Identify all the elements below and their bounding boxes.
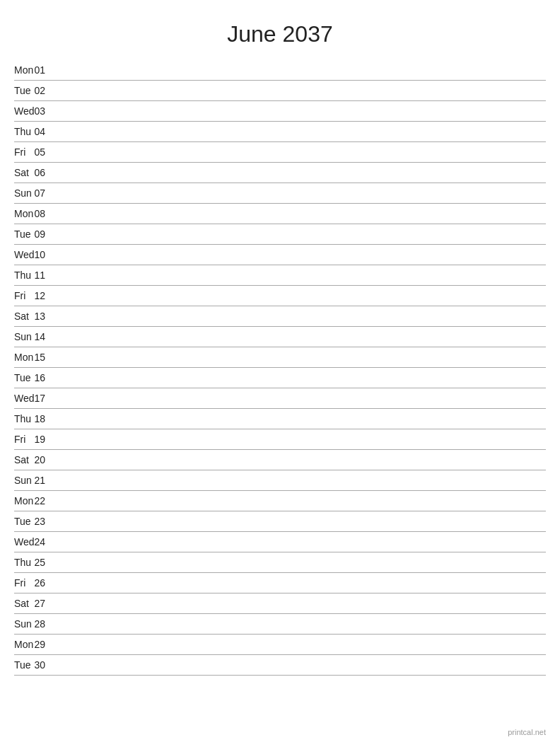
day-number: 08 [35, 204, 46, 224]
day-number: 12 [35, 286, 46, 306]
day-line [45, 286, 546, 306]
footer-text: printcal.net [508, 728, 546, 736]
day-number: 03 [35, 101, 46, 122]
day-number: 30 [35, 655, 46, 676]
table-row: Sun28 [14, 614, 546, 635]
day-name: Tue [14, 511, 35, 532]
day-line [45, 142, 546, 163]
day-line [45, 635, 546, 655]
day-number: 20 [35, 450, 46, 470]
table-row: Fri26 [14, 573, 546, 593]
table-row: Mon01 [14, 60, 546, 81]
table-row: Sat20 [14, 450, 546, 470]
day-line [45, 429, 546, 450]
table-row: Sat13 [14, 306, 546, 327]
table-row: Sun14 [14, 327, 546, 347]
day-number: 01 [35, 60, 46, 81]
day-line [45, 306, 546, 327]
day-name: Tue [14, 224, 35, 245]
day-name: Thu [14, 122, 35, 142]
day-line [45, 347, 546, 368]
day-number: 06 [35, 163, 46, 183]
day-line [45, 163, 546, 183]
table-row: Sun07 [14, 183, 546, 204]
day-line [45, 409, 546, 429]
day-line [45, 573, 546, 593]
day-number: 19 [35, 429, 46, 450]
day-line [45, 491, 546, 511]
table-row: Mon22 [14, 491, 546, 511]
day-line [45, 183, 546, 204]
day-line [45, 60, 546, 81]
table-row: Mon15 [14, 347, 546, 368]
day-number: 29 [35, 635, 46, 655]
day-number: 23 [35, 511, 46, 532]
calendar-page: June 2037 Mon01Tue02Wed03Thu04Fri05Sat06… [0, 0, 560, 747]
table-row: Fri12 [14, 286, 546, 306]
day-line [45, 388, 546, 409]
day-line [45, 655, 546, 676]
day-line [45, 122, 546, 142]
day-line [45, 593, 546, 614]
day-name: Fri [14, 286, 35, 306]
day-name: Fri [14, 142, 35, 163]
table-row: Mon29 [14, 635, 546, 655]
day-number: 11 [35, 265, 46, 286]
table-row: Wed17 [14, 388, 546, 409]
day-line [45, 368, 546, 388]
day-number: 15 [35, 347, 46, 368]
day-number: 09 [35, 224, 46, 245]
table-row: Fri19 [14, 429, 546, 450]
day-number: 25 [35, 552, 46, 573]
day-name: Thu [14, 265, 35, 286]
day-name: Sat [14, 593, 35, 614]
day-name: Wed [14, 532, 35, 552]
day-name: Sat [14, 306, 35, 327]
day-line [45, 204, 546, 224]
day-name: Wed [14, 101, 35, 122]
table-row: Thu04 [14, 122, 546, 142]
day-name: Sun [14, 614, 35, 635]
table-row: Mon08 [14, 204, 546, 224]
day-number: 14 [35, 327, 46, 347]
day-number: 22 [35, 491, 46, 511]
day-name: Sun [14, 327, 35, 347]
day-number: 28 [35, 614, 46, 635]
table-row: Sun21 [14, 470, 546, 491]
table-row: Sat27 [14, 593, 546, 614]
day-line [45, 450, 546, 470]
table-row: Thu18 [14, 409, 546, 429]
day-name: Mon [14, 635, 35, 655]
table-row: Tue16 [14, 368, 546, 388]
day-number: 27 [35, 593, 46, 614]
day-line [45, 511, 546, 532]
day-number: 10 [35, 245, 46, 265]
day-name: Wed [14, 388, 35, 409]
day-number: 04 [35, 122, 46, 142]
day-line [45, 532, 546, 552]
day-line [45, 614, 546, 635]
day-number: 24 [35, 532, 46, 552]
day-name: Sun [14, 183, 35, 204]
day-line [45, 245, 546, 265]
day-name: Tue [14, 81, 35, 101]
table-row: Wed10 [14, 245, 546, 265]
day-number: 05 [35, 142, 46, 163]
day-name: Fri [14, 573, 35, 593]
table-row: Tue30 [14, 655, 546, 676]
day-line [45, 327, 546, 347]
day-line [45, 265, 546, 286]
day-line [45, 101, 546, 122]
table-row: Tue23 [14, 511, 546, 532]
day-name: Mon [14, 491, 35, 511]
day-line [45, 81, 546, 101]
calendar-table: Mon01Tue02Wed03Thu04Fri05Sat06Sun07Mon08… [14, 60, 546, 676]
day-name: Thu [14, 552, 35, 573]
table-row: Fri05 [14, 142, 546, 163]
day-number: 16 [35, 368, 46, 388]
day-line [45, 470, 546, 491]
day-name: Thu [14, 409, 35, 429]
table-row: Tue02 [14, 81, 546, 101]
day-name: Tue [14, 368, 35, 388]
day-name: Sat [14, 450, 35, 470]
